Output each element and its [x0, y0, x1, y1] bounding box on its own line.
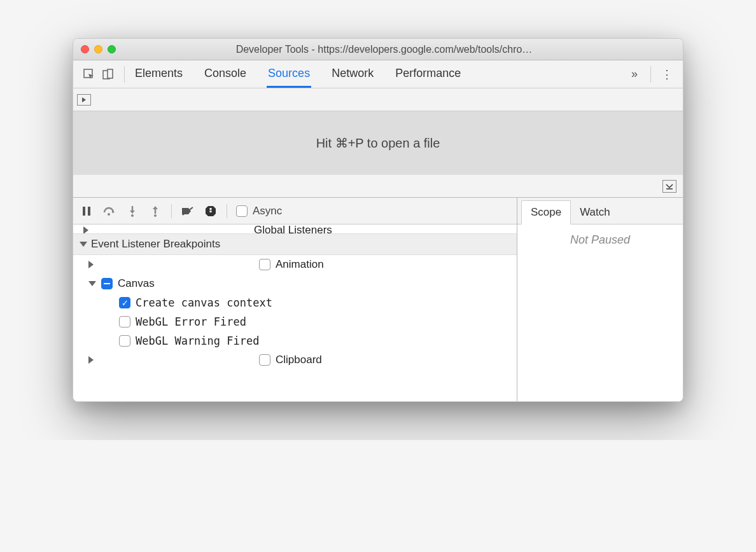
divider	[227, 204, 227, 218]
more-tabs-icon[interactable]: »	[625, 67, 644, 81]
event-listener-breakpoints-header[interactable]: Event Listener Breakpoints	[73, 233, 517, 255]
hint-text: Hit ⌘+P to open a file	[316, 135, 440, 151]
tab-sources[interactable]: Sources	[267, 60, 311, 88]
toggle-drawer-icon[interactable]	[662, 180, 676, 193]
step-into-icon[interactable]	[125, 204, 139, 218]
editor-footer	[73, 175, 683, 198]
sources-subbar	[73, 88, 683, 111]
category-label: Animation	[276, 258, 324, 271]
svg-rect-0	[84, 69, 92, 78]
step-out-icon[interactable]	[148, 204, 162, 218]
window-title: Developer Tools - https://developers.goo…	[125, 44, 675, 55]
async-checkbox[interactable]	[236, 205, 248, 217]
divider	[171, 204, 172, 218]
breakpoints-panel-list: Global Listeners Event Listener Breakpoi…	[73, 224, 517, 401]
pause-script-icon[interactable]	[80, 204, 94, 218]
devtools-window: Developer Tools - https://developers.goo…	[73, 38, 683, 402]
category-clipboard[interactable]: Clipboard	[73, 350, 517, 369]
async-checkbox-wrap[interactable]: Async	[236, 205, 282, 217]
settings-menu-icon[interactable]: ⋮	[657, 67, 676, 81]
open-file-hint: Hit ⌘+P to open a file	[73, 111, 683, 175]
zoom-window-button[interactable]	[108, 45, 116, 53]
close-window-button[interactable]	[81, 45, 89, 53]
clipboard-checkbox[interactable]	[259, 354, 270, 366]
category-animation[interactable]: Animation	[73, 255, 517, 274]
svg-point-10	[154, 214, 157, 217]
svg-point-8	[131, 214, 134, 217]
step-over-icon[interactable]	[102, 204, 116, 218]
tab-elements[interactable]: Elements	[134, 60, 184, 88]
category-label: Clipboard	[276, 354, 322, 366]
category-label: Canvas	[118, 277, 155, 290]
divider	[124, 66, 125, 83]
debugger-toolbar: Async	[73, 198, 517, 224]
breakpoint-webgl-error-fired[interactable]: WebGL Error Fired	[73, 312, 517, 331]
titlebar: Developer Tools - https://developers.goo…	[73, 39, 683, 60]
svg-rect-2	[108, 69, 113, 78]
expand-icon[interactable]	[88, 356, 254, 364]
breakpoint-label: Create canvas context	[136, 296, 272, 309]
svg-point-6	[108, 213, 110, 216]
create-canvas-context-checkbox[interactable]: ✓	[119, 297, 130, 308]
device-toolbar-icon[interactable]	[99, 65, 118, 84]
animation-checkbox[interactable]	[259, 259, 270, 270]
global-listeners-label: Global Listeners	[254, 224, 332, 233]
debugger-left-pane: Async Global Listeners Event Listener Br…	[73, 198, 517, 401]
scope-watch-tabs: Scope Watch	[517, 198, 683, 224]
traffic-lights	[81, 45, 116, 53]
global-listeners-header[interactable]: Global Listeners	[73, 224, 517, 233]
pause-on-exceptions-icon[interactable]	[204, 204, 218, 218]
category-canvas[interactable]: Canvas	[73, 274, 517, 293]
tab-watch[interactable]: Watch	[571, 201, 619, 224]
tab-scope[interactable]: Scope	[521, 200, 571, 224]
webgl-warning-checkbox[interactable]	[119, 335, 130, 347]
breakpoint-label: WebGL Error Fired	[136, 315, 246, 328]
svg-rect-13	[210, 210, 212, 212]
tab-performance[interactable]: Performance	[394, 60, 462, 88]
inspect-element-icon[interactable]	[80, 65, 99, 84]
svg-rect-12	[210, 208, 212, 210]
panel-tabs: Elements Console Sources Network Perform…	[131, 60, 625, 88]
minimize-window-button[interactable]	[94, 45, 102, 53]
debugger-right-pane: Scope Watch Not Paused	[517, 198, 683, 401]
tab-network[interactable]: Network	[330, 60, 375, 88]
collapse-icon	[80, 242, 87, 247]
elb-label: Event Listener Breakpoints	[91, 238, 220, 251]
async-label: Async	[253, 205, 282, 217]
svg-rect-5	[88, 207, 90, 216]
tab-console[interactable]: Console	[203, 60, 248, 88]
breakpoint-label: WebGL Warning Fired	[136, 335, 259, 347]
svg-rect-4	[83, 207, 85, 216]
main-tabbar: Elements Console Sources Network Perform…	[73, 60, 683, 88]
collapse-icon[interactable]	[88, 281, 96, 286]
not-paused-label: Not Paused	[570, 233, 630, 401]
expand-icon	[83, 226, 249, 234]
show-navigator-icon[interactable]	[77, 94, 91, 106]
debugger-body: Async Global Listeners Event Listener Br…	[73, 198, 683, 401]
canvas-checkbox[interactable]	[101, 278, 113, 289]
divider	[650, 66, 651, 83]
breakpoint-webgl-warning-fired[interactable]: WebGL Warning Fired	[73, 331, 517, 350]
deactivate-breakpoints-icon[interactable]	[181, 204, 195, 218]
webgl-error-checkbox[interactable]	[119, 316, 130, 328]
breakpoint-create-canvas-context[interactable]: ✓ Create canvas context	[73, 293, 517, 312]
expand-icon[interactable]	[88, 261, 254, 268]
scope-body: Not Paused	[517, 224, 683, 401]
